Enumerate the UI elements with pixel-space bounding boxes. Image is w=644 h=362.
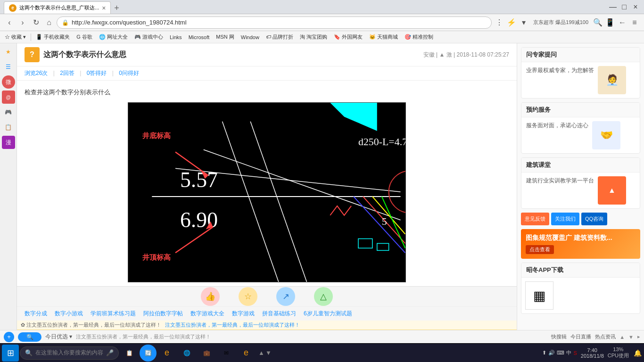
link-alabo[interactable]: 阿拉伯数字字帖	[143, 310, 183, 318]
cad-drawing: d250-L=4.7m-0	[128, 103, 405, 282]
today-select[interactable]: 今日优选 ▾	[45, 333, 72, 341]
back-arrow-button[interactable]: ←	[617, 17, 628, 28]
lang-icon[interactable]: 中	[566, 349, 571, 356]
back-button[interactable]: ‹	[4, 17, 15, 28]
bookmark-msn[interactable]: MSN 网	[213, 33, 237, 41]
sidebar-icon-menu[interactable]: ☰	[2, 60, 15, 74]
views-stat: 浏览26次	[25, 70, 48, 76]
link-liusui[interactable]: 6岁儿童智力测试题	[304, 310, 352, 318]
svg-text:5: 5	[382, 216, 387, 227]
menu-button[interactable]: ≡	[629, 17, 640, 28]
down-btn[interactable]: ▼	[628, 334, 634, 340]
taskbar-icon-browser1[interactable]: e	[157, 345, 176, 362]
home-button[interactable]: ⌂	[43, 17, 55, 28]
tab-area: e 这两个数字表示什么意思_广联达... × +	[4, 0, 604, 14]
lightning-button[interactable]: ⚡	[506, 17, 517, 28]
search-icon-bar[interactable]: 🔍	[18, 332, 41, 342]
qq-button[interactable]: QQ咨询	[581, 213, 607, 225]
link-youxidaquan[interactable]: 数字游戏大全	[190, 310, 224, 318]
keyboard-icon[interactable]: ⌨	[557, 350, 564, 356]
expert-card-body: 业界最权威专家，为您解答 🧑‍💼	[521, 62, 640, 98]
play-btn[interactable]: ▸	[637, 334, 640, 340]
bookmark-brand[interactable]: 🏷 品牌打折	[263, 33, 296, 41]
tab-close-button[interactable]: ×	[102, 5, 106, 11]
start-button[interactable]: ⊞	[2, 345, 19, 362]
input-method-icon[interactable]: S	[573, 350, 577, 356]
bookmark-taobao[interactable]: 淘 淘宝团购	[297, 33, 330, 41]
devices-button[interactable]: 📱	[604, 17, 616, 28]
bookmark-favorites[interactable]: ☆ 收藏 ▾	[2, 33, 29, 41]
feedback-button[interactable]: 意见反馈	[521, 213, 549, 225]
mic-icon[interactable]: 🎤	[106, 349, 114, 356]
follow-button[interactable]: 关注我们	[551, 213, 579, 225]
dropdown-button[interactable]: ▾	[518, 17, 529, 28]
sidebar-icon-weibo[interactable]: 微	[2, 75, 15, 89]
appointment-card-body: 服务面对面，承诺心连心 🤝	[521, 117, 640, 153]
sidebar-icon-manga[interactable]: 漫	[2, 136, 15, 149]
taskbar-icon-mail[interactable]: ✉	[217, 345, 236, 362]
taskbar: ⊞ 🔍 在这里输入你要搜索的内容 🎤 📋 🔄 e 🌐 💼 ✉ e ▲ ▼ ⬆ 🔊…	[0, 343, 644, 362]
new-tab-button[interactable]: +	[111, 2, 122, 14]
forward-button[interactable]: ›	[17, 17, 28, 28]
sidebar-icon-email[interactable]: @	[2, 90, 15, 104]
taskbar-icon-browser2[interactable]: 🌐	[177, 345, 196, 362]
plus-button[interactable]: +	[4, 332, 14, 342]
browser-tab[interactable]: e 这两个数字表示什么意思_广联达... ×	[4, 1, 111, 14]
answers-stat[interactable]: 2回答	[60, 70, 74, 76]
search-button[interactable]: 🔍	[592, 17, 603, 28]
bookmark-games[interactable]: 🎮 游戏中心	[132, 33, 166, 41]
appointment-card: 预约服务 服务面对面，承诺心连心 🤝	[521, 102, 640, 154]
taskbar-icon-globe[interactable]: e	[237, 345, 256, 362]
bookmark-foreign[interactable]: 🔖 外国网友	[331, 33, 365, 41]
browser-window: e 这两个数字表示什么意思_广联达... × + — □ × ‹ › ↻ ⌂ 🔒…	[0, 0, 644, 362]
promo-text: 图集规范覆盖广 建筑资料数...	[526, 234, 636, 242]
share-button[interactable]: ↗	[276, 287, 295, 306]
bookmark-microsoft[interactable]: Microsoft	[186, 33, 213, 41]
sidebar-icon-game[interactable]: 🎮	[2, 106, 15, 119]
taskbar-icon-clipboard[interactable]: 📋	[120, 345, 139, 362]
bookmark-tmall[interactable]: 🐱 天猫商城	[366, 33, 401, 41]
bookmark-window[interactable]: Window	[238, 33, 262, 41]
kuaisouji[interactable]: 快搜辑	[551, 333, 567, 340]
bookmark-google[interactable]: G 谷歌	[74, 33, 95, 41]
notification-button[interactable]: 🔔	[633, 348, 642, 358]
link-pinyin[interactable]: 拼音基础练习	[262, 310, 296, 318]
notification-link[interactable]: 注文墨五位扮演者，第一最经典，最后一位却演成了这样！	[165, 321, 300, 329]
link-xueqian[interactable]: 学前班算术练习题	[91, 310, 136, 318]
title-bar: e 这两个数字表示什么意思_广联达... × + — □ ×	[0, 0, 644, 14]
taskbar-icon-refresh[interactable]: 🔄	[140, 345, 157, 362]
address-bar[interactable]: 🔒 http://e.fwxgx.com/question_1980724.ht…	[57, 16, 492, 29]
sidebar-icon-star[interactable]: ★	[2, 45, 15, 58]
bottom-links-bar: 数字分成 数字小游戏 学前班算术练习题 阿拉伯数字字帖 数字游戏大全 数字游戏 …	[17, 306, 517, 321]
main-area: ★ ☰ 微 @ 🎮 📋 漫 ? 这两个数字表示什么意思 安徽 | ▲ 激 | 2…	[0, 43, 644, 330]
bookmark-sites[interactable]: 🌐 网址大全	[96, 33, 131, 41]
bookmark-links[interactable]: Links	[167, 33, 185, 41]
promo-btn[interactable]: 点击查看	[526, 245, 554, 254]
bookmark-mobile[interactable]: 📱 手机收藏夹	[33, 33, 73, 41]
left-sidebar: ★ ☰ 微 @ 🎮 📋 漫	[0, 43, 17, 330]
svg-text:井顶标高: 井顶标高	[142, 253, 171, 261]
link-youxi[interactable]: 数字游戏	[232, 310, 255, 318]
taskbar-search-box[interactable]: 🔍 在这里输入你要搜索的内容 🎤	[20, 346, 119, 360]
hot-news[interactable]: 热点资讯	[595, 333, 616, 340]
refresh-button[interactable]: ↻	[30, 17, 41, 28]
sidebar-icon-note[interactable]: 📋	[2, 121, 15, 134]
share-button[interactable]: ⋮	[494, 17, 505, 28]
up-btn[interactable]: ▲	[619, 334, 625, 340]
jd-promo-text[interactable]: 京东超市 爆品199减100	[530, 18, 591, 27]
arrow-button[interactable]: △	[314, 287, 333, 306]
svg-text:d250-L=4.7m-0: d250-L=4.7m-0	[358, 136, 405, 148]
like-button[interactable]: 👍	[201, 287, 220, 306]
taskbar-icon-briefcase[interactable]: 💼	[197, 345, 216, 362]
bookmarks-bar: ☆ 收藏 ▾ 📱 手机收藏夹 G 谷歌 🌐 网址大全 🎮 游戏中心 Links …	[0, 31, 644, 43]
close-window-button[interactable]: ×	[631, 2, 640, 12]
minimize-button[interactable]: —	[608, 2, 618, 12]
star-button[interactable]: ☆	[239, 287, 257, 306]
jintai-zhibo[interactable]: 今日直播	[570, 333, 591, 340]
bookmark-control[interactable]: 🎯 精准控制	[402, 33, 436, 41]
promo-banner[interactable]: 图集规范覆盖广 建筑资料数... 点击查看	[521, 229, 640, 259]
maximize-button[interactable]: □	[619, 2, 629, 12]
link-shuzuxiaoyouxi[interactable]: 数字小游戏	[55, 310, 83, 318]
link-shuzufencheng[interactable]: 数字分成	[25, 310, 47, 318]
volume-icon[interactable]: 🔊	[548, 350, 555, 356]
